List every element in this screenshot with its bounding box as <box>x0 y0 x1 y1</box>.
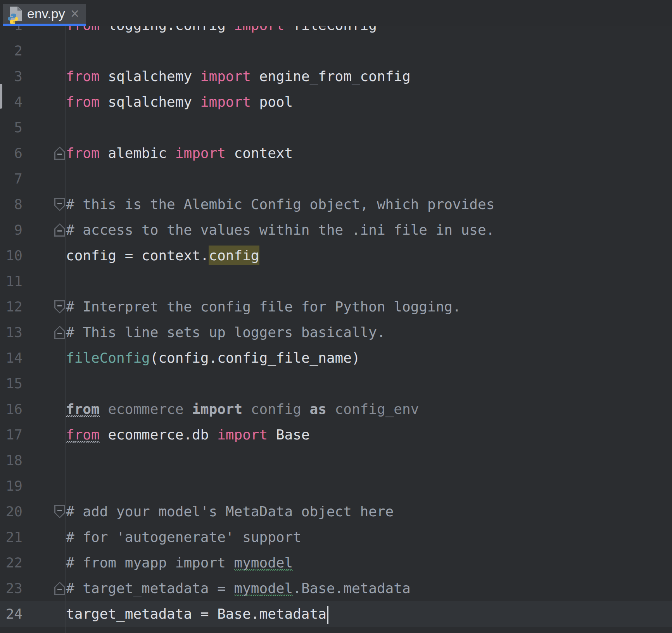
line-number[interactable]: 6 <box>0 140 22 166</box>
code-line-text[interactable]: # target_metadata = mymodel.Base.metadat… <box>66 576 672 601</box>
tab-title: env.py <box>27 6 65 21</box>
code-token: config = context. <box>66 247 209 263</box>
code-token: fileConfig <box>66 350 150 366</box>
code-line: 14fileConfig(config.config_file_name) <box>0 345 672 371</box>
code-token: # Interpret the config file for Python l… <box>66 299 461 315</box>
code-token: ecommerce <box>100 401 192 417</box>
code-line-text[interactable] <box>66 115 672 140</box>
fold-end-marker-icon[interactable] <box>54 223 65 237</box>
code-line-text[interactable]: config = context.config <box>66 243 672 268</box>
line-number[interactable]: 20 <box>0 499 22 524</box>
code-token: alembic <box>100 145 175 161</box>
tab-env-py[interactable]: env.py × <box>3 4 86 26</box>
line-number[interactable]: 3 <box>0 64 22 89</box>
code-line: 4from sqlalchemy import pool <box>0 89 672 115</box>
fold-end-marker-icon[interactable] <box>54 147 65 160</box>
code-token: mymodel <box>234 580 293 596</box>
code-line: 16from ecommerce import config as config… <box>0 396 672 422</box>
code-line-text[interactable]: # access to the values within the .ini f… <box>66 217 672 243</box>
code-line-text[interactable] <box>66 38 672 64</box>
line-number[interactable]: 11 <box>0 268 22 294</box>
code-line: 2 <box>0 38 672 64</box>
code-line-text[interactable]: from ecommerce.db import Base <box>66 422 672 448</box>
code-line-text[interactable]: from alembic import context <box>66 140 672 166</box>
code-line-text[interactable]: target_metadata = Base.metadata <box>66 601 672 627</box>
line-number[interactable]: 15 <box>0 371 22 396</box>
code-token: # for 'autogenerate' support <box>66 529 301 545</box>
line-number[interactable]: 13 <box>0 320 22 345</box>
code-line: 10config = context.config <box>0 243 672 268</box>
code-token: from <box>66 427 100 443</box>
fold-start-marker-icon[interactable] <box>54 198 65 211</box>
code-line: 22# from myapp import mymodel <box>0 550 672 576</box>
code-line-text[interactable] <box>66 268 672 294</box>
code-token: # this is the Alembic Config object, whi… <box>66 196 494 212</box>
line-number[interactable]: 24 <box>0 601 22 627</box>
code-token: mymodel <box>234 555 293 571</box>
code-token: # from myapp import <box>66 555 234 571</box>
code-token: target_metadata = Base.metadata <box>66 606 326 622</box>
line-number[interactable]: 21 <box>0 524 22 550</box>
code-token: from <box>66 145 100 161</box>
code-token: ecommerce.db <box>100 427 217 443</box>
line-number[interactable]: 5 <box>0 115 22 140</box>
text-caret <box>327 606 328 624</box>
code-token: (config.config_file_name) <box>150 350 360 366</box>
code-token: import <box>200 68 251 84</box>
code-token: from <box>66 94 100 110</box>
code-line-text[interactable]: # This line sets up loggers basically. <box>66 320 672 345</box>
line-number[interactable]: 17 <box>0 422 22 448</box>
line-number[interactable]: 14 <box>0 345 22 371</box>
code-line-text[interactable] <box>66 166 672 192</box>
code-line-text[interactable]: # from myapp import mymodel <box>66 550 672 576</box>
code-token: # add your model's MetaData object here <box>66 503 394 519</box>
line-number[interactable]: 16 <box>0 396 22 422</box>
code-token: sqlalchemy <box>100 68 200 84</box>
code-line-text[interactable] <box>66 473 672 499</box>
code-token: config_env <box>326 401 419 417</box>
line-number[interactable]: 8 <box>0 192 22 217</box>
code-token: from <box>66 401 100 417</box>
code-line-text[interactable]: fileConfig(config.config_file_name) <box>66 345 672 371</box>
line-number[interactable]: 23 <box>0 576 22 601</box>
code-area: 1from logging.config import fileConfig23… <box>0 12 672 627</box>
active-tab-underline <box>3 24 86 26</box>
line-number[interactable]: 10 <box>0 243 22 268</box>
code-line: 3from sqlalchemy import engine_from_conf… <box>0 64 672 89</box>
code-line-text[interactable]: from sqlalchemy import pool <box>66 89 672 115</box>
code-line-text[interactable]: from sqlalchemy import engine_from_confi… <box>66 64 672 89</box>
line-number[interactable]: 2 <box>0 38 22 64</box>
code-line: 18 <box>0 448 672 473</box>
gutter-separator <box>65 0 66 633</box>
line-number[interactable]: 9 <box>0 217 22 243</box>
code-line-text[interactable]: from ecommerce import config as config_e… <box>66 396 672 422</box>
code-token: import <box>217 427 268 443</box>
code-line: 19 <box>0 473 672 499</box>
line-number[interactable]: 18 <box>0 448 22 473</box>
code-line: 9# access to the values within the .ini … <box>0 217 672 243</box>
line-number[interactable]: 12 <box>0 294 22 320</box>
code-line-text[interactable]: # add your model's MetaData object here <box>66 499 672 524</box>
code-line-text[interactable]: # this is the Alembic Config object, whi… <box>66 192 672 217</box>
fold-start-marker-icon[interactable] <box>54 300 65 313</box>
line-number[interactable]: 4 <box>0 89 22 115</box>
line-number[interactable]: 7 <box>0 166 22 192</box>
code-line-text[interactable] <box>66 448 672 473</box>
code-line-text[interactable]: # Interpret the config file for Python l… <box>66 294 672 320</box>
line-number[interactable]: 22 <box>0 550 22 576</box>
code-token: import <box>200 94 251 110</box>
tab-close-icon[interactable]: × <box>71 6 79 21</box>
fold-end-marker-icon[interactable] <box>54 326 65 339</box>
code-line-text[interactable]: # for 'autogenerate' support <box>66 524 672 550</box>
code-line: 15 <box>0 371 672 396</box>
usage-highlight: config <box>209 247 259 263</box>
code-line: 12# Interpret the config file for Python… <box>0 294 672 320</box>
line-number[interactable]: 19 <box>0 473 22 499</box>
code-line: 7 <box>0 166 672 192</box>
code-line: 6from alembic import context <box>0 140 672 166</box>
fold-start-marker-icon[interactable] <box>54 505 65 518</box>
fold-end-marker-icon[interactable] <box>54 582 65 595</box>
code-token: engine_from_config <box>251 68 411 84</box>
left-scrollbar-thumb[interactable] <box>0 84 2 109</box>
code-line-text[interactable] <box>66 371 672 396</box>
